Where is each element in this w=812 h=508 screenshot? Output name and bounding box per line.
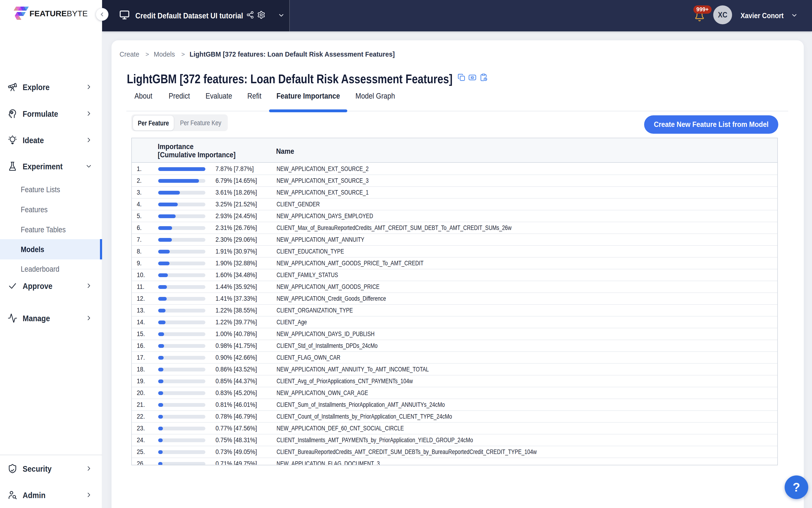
svg-text:ID: ID — [470, 76, 474, 80]
